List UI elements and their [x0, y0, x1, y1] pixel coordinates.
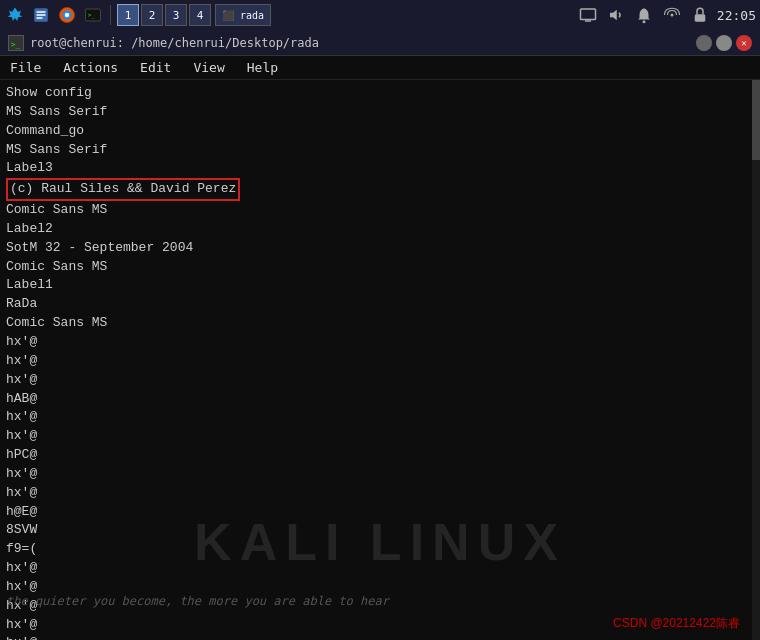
- svg-point-13: [670, 14, 673, 17]
- workspace-2[interactable]: 2: [141, 4, 163, 26]
- kali-icon[interactable]: [4, 4, 26, 26]
- svg-text:>_: >_: [11, 39, 21, 48]
- terminal-line: hx'@: [6, 634, 754, 640]
- terminal-line: Comic Sans MS: [6, 258, 754, 277]
- display-icon[interactable]: [577, 4, 599, 26]
- terminal-line: MS Sans Serif: [6, 103, 754, 122]
- terminal-line: Comic Sans MS: [6, 314, 754, 333]
- svg-rect-2: [37, 14, 46, 16]
- svg-point-12: [642, 20, 645, 23]
- terminal-line: 8SVW: [6, 521, 754, 540]
- terminal-line: Command_go: [6, 122, 754, 141]
- terminal-line: hx'@: [6, 559, 754, 578]
- volume-icon[interactable]: [605, 4, 627, 26]
- terminal-window: >_ root@chenrui: /home/chenrui/Desktop/r…: [0, 30, 760, 640]
- window-controls: ✕: [696, 35, 752, 51]
- title-bar: >_ root@chenrui: /home/chenrui/Desktop/r…: [0, 30, 760, 56]
- terminal-line: hx'@: [6, 371, 754, 390]
- svg-rect-14: [695, 14, 706, 22]
- terminal-line: hx'@: [6, 427, 754, 446]
- terminal-line: hPC@: [6, 446, 754, 465]
- terminal-line: (c) Raul Siles && David Perez: [6, 178, 754, 201]
- workspace-4[interactable]: 4: [189, 4, 211, 26]
- window-title: root@chenrui: /home/chenrui/Desktop/rada: [30, 36, 319, 50]
- terminal-line: Comic Sans MS: [6, 201, 754, 220]
- svg-rect-9: [580, 9, 595, 20]
- menu-help[interactable]: Help: [243, 58, 282, 77]
- svg-text:>_: >_: [88, 11, 96, 19]
- terminal-quote: the quieter you become, the more you are…: [6, 593, 740, 610]
- terminal-line: Label3: [6, 159, 754, 178]
- menu-file[interactable]: File: [6, 58, 45, 77]
- close-button[interactable]: ✕: [736, 35, 752, 51]
- svg-rect-3: [37, 17, 43, 19]
- svg-marker-11: [610, 10, 617, 21]
- terminal-taskbar-icon[interactable]: >_: [82, 4, 104, 26]
- workspace-1[interactable]: 1: [117, 4, 139, 26]
- menu-actions[interactable]: Actions: [59, 58, 122, 77]
- workspace-3[interactable]: 3: [165, 4, 187, 26]
- clock: 22:05: [717, 8, 756, 23]
- title-bar-left: >_ root@chenrui: /home/chenrui/Desktop/r…: [8, 35, 319, 51]
- svg-rect-1: [37, 11, 46, 13]
- terminal-line: hx'@: [6, 484, 754, 503]
- terminal-line: hx'@: [6, 333, 754, 352]
- taskbar-right: 22:05: [577, 4, 756, 26]
- csdn-badge: CSDN @20212422陈睿: [613, 615, 740, 632]
- terminal-line: hx'@: [6, 465, 754, 484]
- terminal-line: MS Sans Serif: [6, 141, 754, 160]
- terminal-line: Show config: [6, 84, 754, 103]
- terminal-line: hx'@: [6, 408, 754, 427]
- terminal-lines: Show configMS Sans SerifCommand_goMS San…: [6, 84, 754, 640]
- active-app-button[interactable]: ⬛ rada: [215, 4, 271, 26]
- terminal-line: hx'@: [6, 352, 754, 371]
- terminal-output: Show configMS Sans SerifCommand_goMS San…: [0, 80, 760, 640]
- terminal-line: f9=(: [6, 540, 754, 559]
- menu-view[interactable]: View: [189, 58, 228, 77]
- terminal-line: SotM 32 - September 2004: [6, 239, 754, 258]
- browser-icon[interactable]: [56, 4, 78, 26]
- lock-icon[interactable]: [689, 4, 711, 26]
- svg-point-6: [65, 13, 70, 18]
- terminal-line: Label2: [6, 220, 754, 239]
- terminal-icon: >_: [8, 35, 24, 51]
- menu-edit[interactable]: Edit: [136, 58, 175, 77]
- files-icon[interactable]: [30, 4, 52, 26]
- minimize-button[interactable]: [696, 35, 712, 51]
- menu-bar: File Actions Edit View Help: [0, 56, 760, 80]
- scrollbar[interactable]: [752, 80, 760, 640]
- network-icon[interactable]: [661, 4, 683, 26]
- terminal-line: Label1: [6, 276, 754, 295]
- separator: [110, 5, 111, 25]
- notification-icon[interactable]: [633, 4, 655, 26]
- terminal-line: RaDa: [6, 295, 754, 314]
- workspace-switcher: 1 2 3 4: [117, 4, 211, 26]
- terminal-line: h@E@: [6, 503, 754, 522]
- scrollbar-thumb[interactable]: [752, 80, 760, 160]
- terminal-line: hAB@: [6, 390, 754, 409]
- maximize-button[interactable]: [716, 35, 732, 51]
- taskbar: >_ 1 2 3 4 ⬛ rada: [0, 0, 760, 30]
